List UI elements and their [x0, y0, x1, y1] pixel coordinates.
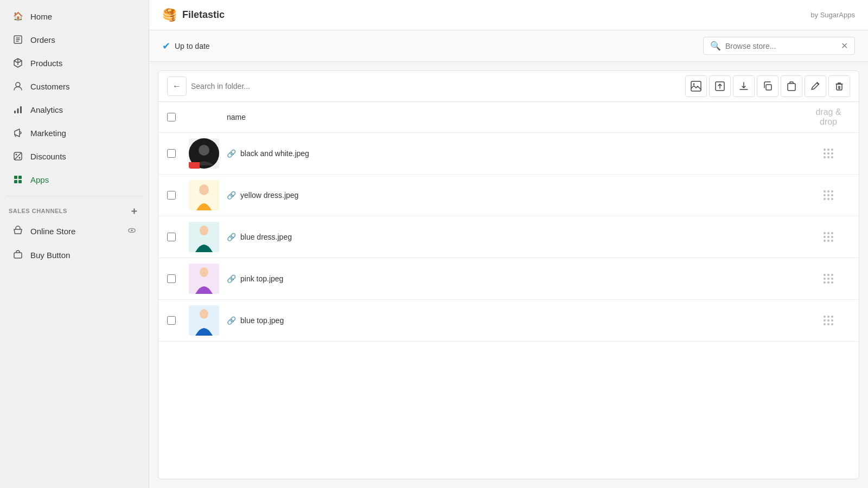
file-thumbnail-3 [189, 222, 227, 252]
svg-rect-4 [20, 106, 22, 113]
svg-point-1 [16, 82, 20, 87]
svg-point-22 [199, 145, 209, 156]
apps-icon [12, 174, 24, 185]
svg-rect-18 [766, 85, 771, 90]
table-row[interactable]: 🔗 black and white.jpeg [158, 133, 859, 175]
online-store-eye-icon[interactable] [127, 226, 137, 237]
svg-rect-14 [14, 253, 22, 258]
row-checkbox-4[interactable] [167, 274, 189, 283]
paste-button[interactable] [781, 75, 802, 97]
link-icon-2: 🔗 [227, 191, 236, 200]
sidebar-item-products[interactable]: Products [3, 52, 145, 74]
row-checkbox-1[interactable] [167, 149, 189, 158]
svg-point-16 [693, 84, 695, 85]
file-thumbnail-5 [189, 305, 227, 336]
sidebar-item-discounts[interactable]: Discounts [3, 145, 145, 168]
svg-rect-19 [788, 84, 795, 91]
svg-rect-11 [18, 180, 22, 183]
link-icon-5: 🔗 [227, 316, 236, 325]
sidebar-item-analytics[interactable]: Analytics [3, 98, 145, 121]
select-all-checkbox[interactable] [167, 113, 176, 121]
buy-button-icon [12, 249, 24, 261]
browse-search-input[interactable] [725, 42, 837, 50]
back-button[interactable]: ← [167, 76, 187, 96]
svg-rect-3 [17, 108, 19, 113]
browse-search-close-icon[interactable]: ✕ [841, 41, 848, 51]
row-checkbox-5[interactable] [167, 316, 189, 325]
browse-search-box[interactable]: 🔍 ✕ [703, 37, 855, 55]
sidebar-divider [7, 196, 142, 196]
svg-point-5 [16, 154, 17, 156]
rename-button[interactable] [805, 75, 826, 97]
table-row[interactable]: 🔗 blue dress.jpeg [158, 216, 859, 258]
table-row[interactable]: 🔗 pink top.jpeg [158, 258, 859, 300]
svg-point-6 [19, 157, 21, 159]
copy-button[interactable] [757, 75, 778, 97]
file-name-3: 🔗 blue dress.jpeg [227, 233, 807, 241]
main-content: 🥞 Filetastic by SugarApps ✔ Up to date 🔍… [149, 0, 868, 488]
sidebar-item-customers[interactable]: Customers [3, 75, 145, 98]
file-checkbox-1[interactable] [167, 149, 176, 158]
svg-rect-9 [18, 176, 22, 179]
file-toolbar: ← [158, 71, 859, 102]
drag-handle-1[interactable] [807, 149, 850, 159]
app-by-text: by SugarApps [810, 11, 855, 19]
delete-button[interactable] [828, 75, 850, 97]
view-image-button[interactable] [685, 75, 707, 97]
sub-header: ✔ Up to date 🔍 ✕ [149, 30, 868, 62]
svg-point-25 [199, 184, 209, 195]
sidebar-item-online-store[interactable]: Online Store [3, 220, 145, 242]
header-check[interactable] [167, 113, 189, 121]
folder-search-input[interactable] [191, 82, 299, 91]
link-icon-1: 🔗 [227, 149, 236, 158]
svg-rect-8 [14, 176, 17, 179]
sidebar-item-marketing[interactable]: Marketing [3, 121, 145, 144]
drag-handle-4[interactable] [807, 274, 850, 284]
browse-search-icon: 🔍 [710, 41, 721, 51]
sidebar-item-home[interactable]: 🏠 Home [3, 5, 145, 28]
drag-handle-5[interactable] [807, 316, 850, 326]
add-sales-channel-button[interactable]: ＋ [128, 205, 140, 217]
svg-point-31 [200, 309, 208, 319]
toolbar-right [685, 75, 850, 97]
file-name-1: 🔗 black and white.jpeg [227, 149, 807, 158]
svg-point-13 [131, 229, 133, 232]
file-table: 🔗 black and white.jpeg 🔗 yellow dress.jp… [158, 133, 859, 479]
file-name-2: 🔗 yellow dress.jpeg [227, 191, 807, 200]
row-checkbox-3[interactable] [167, 233, 189, 241]
svg-rect-10 [14, 180, 17, 183]
app-title-group: 🥞 Filetastic [162, 8, 225, 22]
drag-handle-3[interactable] [807, 232, 850, 242]
file-thumbnail-1 [189, 138, 227, 169]
file-checkbox-5[interactable] [167, 316, 176, 325]
sidebar-item-orders[interactable]: Orders [3, 28, 145, 51]
upload-file-button[interactable] [709, 75, 731, 97]
drag-handle-2[interactable] [807, 190, 850, 201]
discounts-icon [12, 150, 24, 162]
file-thumbnail-2 [189, 180, 227, 210]
file-checkbox-4[interactable] [167, 274, 176, 283]
sidebar-item-buy-button[interactable]: Buy Button [3, 243, 145, 266]
svg-point-29 [200, 267, 208, 277]
app-title-text: Filetastic [182, 9, 225, 21]
file-name-4: 🔗 pink top.jpeg [227, 274, 807, 283]
status-text: Up to date [175, 42, 210, 50]
svg-rect-2 [14, 111, 16, 113]
file-checkbox-2[interactable] [167, 191, 176, 200]
row-checkbox-2[interactable] [167, 191, 189, 200]
marketing-icon [12, 127, 24, 139]
app-header: 🥞 Filetastic by SugarApps [149, 0, 868, 30]
file-checkbox-3[interactable] [167, 233, 176, 241]
link-icon-3: 🔗 [227, 233, 236, 241]
online-store-icon [12, 225, 24, 237]
svg-rect-23 [189, 162, 200, 169]
table-row[interactable]: 🔗 yellow dress.jpeg [158, 175, 859, 216]
svg-rect-15 [691, 81, 701, 91]
header-name: name [227, 113, 807, 121]
toolbar-left: ← [167, 76, 681, 96]
home-icon: 🏠 [12, 10, 24, 22]
sidebar-item-apps[interactable]: Apps [3, 168, 145, 191]
header-drag-drop: drag & drop [807, 107, 850, 127]
table-row[interactable]: 🔗 blue top.jpeg [158, 300, 859, 342]
download-button[interactable] [733, 75, 755, 97]
